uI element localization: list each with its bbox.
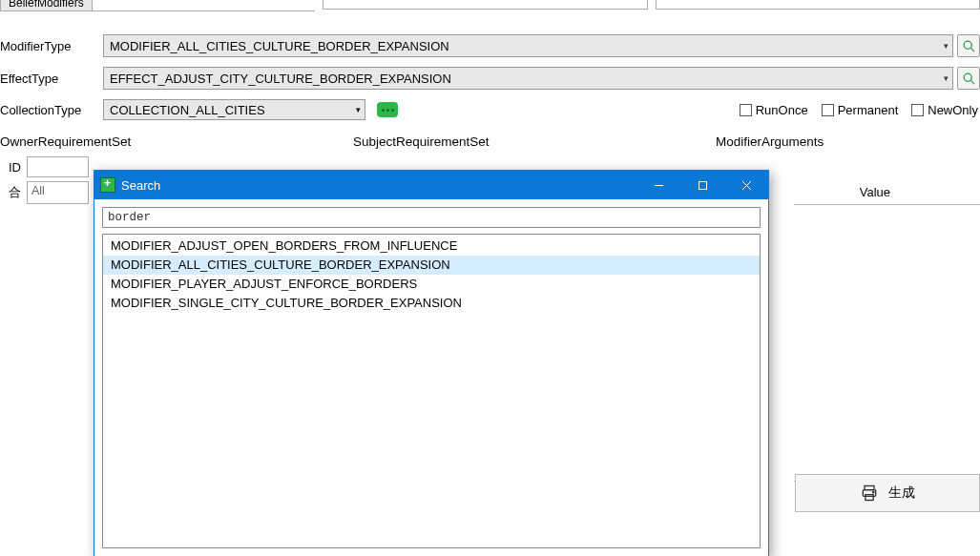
section-subject-requirement-set: SubjectRequirementSet	[353, 134, 716, 149]
magnifier-icon	[962, 72, 976, 86]
svg-line-1	[970, 48, 974, 51]
combo-modifier-type-value: MODIFIER_ALL_CITIES_CULTURE_BORDER_EXPAN…	[110, 39, 449, 53]
checkbox-permanent[interactable]: Permanent	[822, 103, 899, 117]
svg-rect-9	[699, 181, 706, 189]
minimize-icon	[654, 180, 664, 191]
label-effect-type: EffectType	[0, 72, 103, 86]
filter-input[interactable]: All	[27, 181, 89, 204]
label-collection-type: CollectionType	[0, 103, 103, 117]
combo-collection-type-value: COLLECTION_ALL_CITIES	[110, 103, 265, 117]
tab-belief-modifiers[interactable]: BeliefModifiers	[0, 0, 93, 10]
printer-icon	[860, 484, 879, 503]
input-id[interactable]	[27, 156, 89, 177]
search-query-input[interactable]	[102, 207, 761, 228]
magnifier-icon	[962, 39, 976, 53]
section-owner-requirement-set: OwnerRequirementSet	[0, 134, 353, 149]
search-modifier-type-button[interactable]	[957, 34, 980, 57]
checkbox-newonly-label: NewOnly	[928, 103, 978, 117]
svg-rect-6	[865, 495, 873, 501]
checkbox-runonce-label: RunOnce	[756, 103, 808, 117]
top-row: BeliefModifiers	[0, 0, 980, 11]
top-blank-2	[656, 0, 981, 10]
search-result-item[interactable]: MODIFIER_ALL_CITIES_CULTURE_BORDER_EXPAN…	[103, 256, 760, 275]
section-modifier-arguments: ModifierArguments	[716, 134, 980, 149]
combo-effect-type[interactable]: EFFECT_ADJUST_CITY_CULTURE_BORDER_EXPANS…	[103, 67, 953, 90]
chevron-down-icon: ▾	[944, 41, 949, 51]
window-close-button[interactable]	[724, 171, 768, 199]
chevron-down-icon: ▾	[944, 73, 949, 83]
combo-modifier-type[interactable]: MODIFIER_ALL_CITIES_CULTURE_BORDER_EXPAN…	[103, 34, 953, 57]
search-dialog: Search MODIFIER_ADJUST_OPEN_BORDERS_FROM…	[94, 170, 769, 556]
speech-bubble-icon[interactable]	[377, 102, 398, 117]
top-blank-1	[323, 0, 648, 10]
chevron-down-icon: ▾	[356, 105, 361, 114]
svg-point-0	[964, 41, 971, 49]
generate-button-label: 生成	[888, 484, 915, 502]
svg-line-3	[970, 80, 974, 84]
label-filter: 合	[0, 184, 27, 201]
search-dialog-titlebar[interactable]: Search	[94, 171, 768, 199]
window-minimize-button[interactable]	[636, 171, 680, 199]
checkbox-runonce[interactable]: RunOnce	[740, 103, 808, 117]
combo-collection-type[interactable]: COLLECTION_ALL_CITIES ▾	[103, 99, 365, 120]
close-icon	[741, 180, 752, 191]
divider	[794, 204, 980, 519]
combo-effect-type-value: EFFECT_ADJUST_CITY_CULTURE_BORDER_EXPANS…	[110, 72, 451, 86]
search-results-list[interactable]: MODIFIER_ADJUST_OPEN_BORDERS_FROM_INFLUE…	[102, 234, 761, 548]
search-result-item[interactable]: MODIFIER_PLAYER_ADJUST_ENFORCE_BORDERS	[103, 275, 760, 294]
column-header-value: Value	[860, 185, 890, 199]
maximize-icon	[698, 180, 708, 191]
app-icon	[100, 177, 115, 193]
label-modifier-type: ModifierType	[0, 39, 103, 53]
window-maximize-button[interactable]	[680, 171, 724, 199]
search-effect-type-button[interactable]	[957, 67, 980, 90]
checkbox-newonly[interactable]: NewOnly	[911, 103, 978, 117]
label-id: ID	[0, 160, 27, 175]
search-result-item[interactable]: MODIFIER_ADJUST_OPEN_BORDERS_FROM_INFLUE…	[103, 237, 760, 256]
checkbox-permanent-label: Permanent	[838, 103, 899, 117]
svg-point-2	[964, 73, 971, 81]
search-dialog-title: Search	[121, 178, 160, 193]
generate-button[interactable]: 生成	[795, 474, 980, 512]
search-result-item[interactable]: MODIFIER_SINGLE_CITY_CULTURE_BORDER_EXPA…	[103, 294, 760, 313]
svg-point-7	[873, 492, 874, 493]
